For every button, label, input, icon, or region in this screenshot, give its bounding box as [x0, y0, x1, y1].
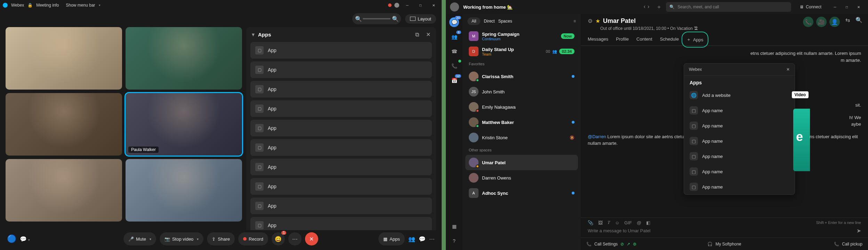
maximize-button[interactable]: □: [842, 3, 852, 11]
call-pickup-label[interactable]: Call pickup: [842, 242, 862, 247]
chevron-down-icon[interactable]: ▾: [252, 31, 255, 38]
rail-apps[interactable]: ▦: [449, 222, 459, 231]
webex-orb-icon[interactable]: 🔵: [7, 234, 16, 243]
forward-icon[interactable]: ↗: [627, 242, 630, 247]
space-item-kristin[interactable]: Kristin Stone 🔕: [465, 130, 578, 145]
user-avatar[interactable]: [450, 2, 459, 11]
gif-icon[interactable]: GIF: [624, 220, 632, 225]
popover-app-row[interactable]: ▢App name: [684, 133, 795, 149]
popover-app-row[interactable]: ▢App name: [684, 118, 795, 133]
filter-all[interactable]: All: [467, 17, 480, 25]
add-person-button[interactable]: 👤: [829, 17, 840, 27]
tab-profile[interactable]: Profile: [616, 34, 629, 45]
app-row[interactable]: ▢App: [250, 61, 432, 78]
dnd-icon[interactable]: ⊘: [620, 242, 624, 247]
popover-app-row[interactable]: ▢App name: [684, 164, 795, 179]
rail-help[interactable]: ?: [449, 236, 459, 246]
tab-schedule[interactable]: Schedule: [660, 34, 679, 45]
app-row[interactable]: ▢App: [250, 159, 432, 175]
app-row[interactable]: ▢App: [250, 120, 432, 136]
star-icon[interactable]: ★: [595, 18, 600, 24]
app-row[interactable]: ▢App: [250, 42, 432, 59]
headset-icon[interactable]: 🎧: [707, 242, 713, 247]
rail-teams[interactable]: 👥6: [449, 32, 459, 42]
video-tile[interactable]: [126, 159, 242, 222]
space-item-umar[interactable]: Umar Patel: [465, 155, 578, 170]
tab-messages[interactable]: Messages: [588, 34, 608, 45]
show-menu-bar[interactable]: Show menu bar: [66, 3, 95, 8]
nav-back-icon[interactable]: ‹: [644, 3, 645, 11]
space-item-clarissa[interactable]: Clarissa Smith: [465, 69, 578, 84]
zoom-out-icon[interactable]: 🔍: [355, 16, 361, 22]
zoom-in-icon[interactable]: 🔍: [392, 16, 398, 22]
space-item-adhoc[interactable]: A Adhoc Sync: [465, 185, 578, 201]
space-item-emily[interactable]: Emily Nakagawa: [465, 99, 578, 115]
mention[interactable]: @Darren: [588, 134, 606, 139]
chat-icon[interactable]: 💬: [20, 236, 27, 242]
screenshot-icon[interactable]: 🖼: [598, 220, 603, 225]
tab-content[interactable]: Content: [636, 34, 652, 45]
rail-meetings[interactable]: 📅12: [449, 76, 459, 85]
gear-icon[interactable]: ⚙: [588, 18, 593, 24]
leave-button[interactable]: ✕: [305, 232, 318, 245]
nav-forward-icon[interactable]: ›: [648, 3, 649, 11]
zoom-slider[interactable]: [363, 18, 391, 19]
send-icon[interactable]: ➤: [857, 227, 861, 234]
maximize-button[interactable]: □: [415, 1, 426, 9]
layout-button[interactable]: Layout: [405, 14, 436, 24]
bitmoji-icon[interactable]: ◧: [646, 220, 650, 225]
add-website-row[interactable]: 🌐 Add a website: [684, 88, 795, 103]
popout-icon[interactable]: ⧉: [415, 32, 419, 38]
filter-spaces[interactable]: Spaces: [498, 19, 512, 24]
more-panels-icon[interactable]: ⋯: [429, 236, 435, 242]
space-item-spring[interactable]: M Spring CampaignContinuum Now: [465, 28, 578, 44]
chevron-down-icon[interactable]: ▾: [28, 238, 30, 242]
close-button[interactable]: ✕: [853, 3, 864, 11]
connect-button[interactable]: 🖥 Connect: [799, 5, 821, 9]
close-button[interactable]: ✕: [428, 1, 439, 9]
minimize-button[interactable]: ─: [402, 1, 412, 9]
voicemail-icon[interactable]: ⊚: [633, 242, 636, 247]
video-tile[interactable]: [6, 27, 122, 90]
mute-button[interactable]: 🎤 Mute ▾: [123, 232, 156, 245]
app-row[interactable]: ▢App: [250, 100, 432, 117]
record-button[interactable]: Record: [238, 232, 268, 245]
call-settings-label[interactable]: Call Settings: [594, 242, 618, 247]
toggle-icon[interactable]: ⇆: [845, 17, 850, 27]
call-pickup-icon[interactable]: 📞: [834, 242, 839, 247]
app-row[interactable]: ▢App: [250, 139, 432, 156]
popover-app-row[interactable]: ▢App name: [684, 179, 795, 194]
rail-calling[interactable]: 📞: [449, 61, 459, 71]
popover-app-row[interactable]: ▢App name: [684, 149, 795, 164]
user-status[interactable]: Working from home 🏡: [463, 5, 513, 10]
filter-direct[interactable]: Direct: [484, 19, 495, 24]
stop-video-button[interactable]: 📷 Stop video ▾: [160, 232, 203, 245]
tab-add-apps[interactable]: ＋ Apps: [686, 34, 704, 45]
audio-call-button[interactable]: 📞: [803, 17, 813, 27]
meeting-info-link[interactable]: Meeting info: [36, 3, 59, 8]
softphone-label[interactable]: My Softphone: [715, 242, 741, 247]
space-item-matthew[interactable]: Matthew Baker: [465, 115, 578, 130]
attach-icon[interactable]: 📎: [588, 220, 593, 225]
panel-chat-icon[interactable]: 💬: [419, 236, 426, 242]
video-tile[interactable]: [126, 27, 242, 90]
close-panel-icon[interactable]: ✕: [426, 31, 431, 38]
popover-app-row[interactable]: ▢App name: [684, 103, 795, 118]
reactions-button[interactable]: 😀1: [272, 232, 285, 245]
filter-options-icon[interactable]: ≡: [573, 19, 576, 24]
chevron-down-icon[interactable]: ▾: [197, 237, 199, 241]
close-popover-icon[interactable]: ✕: [786, 67, 790, 72]
apps-button[interactable]: ▦ Apps: [378, 232, 405, 245]
chevron-down-icon[interactable]: ▾: [150, 237, 151, 241]
rail-messaging[interactable]: 💬20: [449, 17, 459, 27]
zoom-control[interactable]: 🔍 🔍: [352, 13, 401, 24]
more-button[interactable]: ⋯: [288, 232, 302, 245]
share-button[interactable]: ⇪ Share: [207, 232, 235, 245]
format-icon[interactable]: 𝑇: [608, 220, 610, 225]
rail-contacts[interactable]: ☎: [449, 47, 459, 56]
space-item-john[interactable]: JS John Smith: [465, 84, 578, 99]
video-tile[interactable]: [6, 159, 122, 222]
video-tile[interactable]: [6, 93, 122, 156]
video-call-button[interactable]: 🎥: [816, 17, 827, 27]
search-input[interactable]: 🔍 Search, meet, and call: [666, 2, 791, 12]
